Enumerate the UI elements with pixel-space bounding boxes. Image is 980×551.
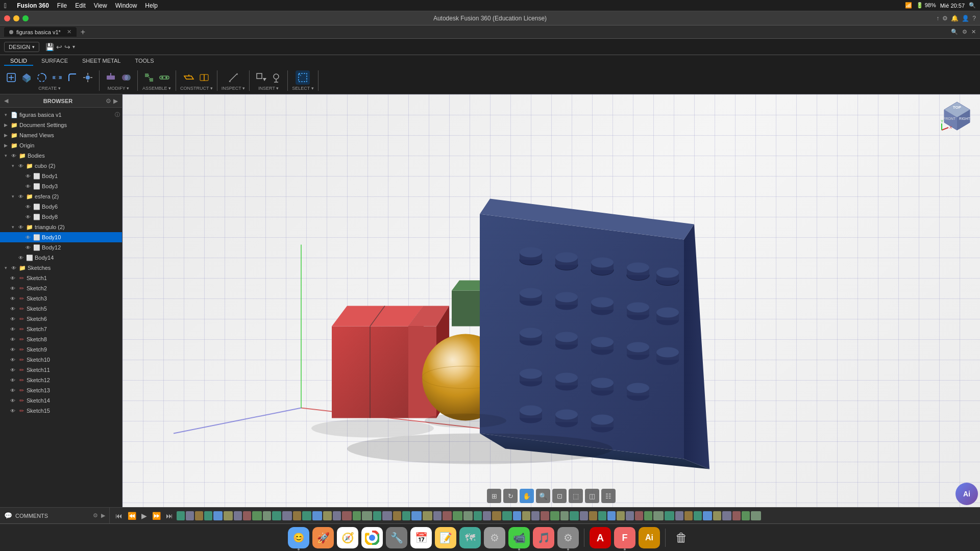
timeline-track[interactable] [703,511,712,520]
menu-help[interactable]: Help [145,2,158,9]
minimize-button[interactable] [13,15,19,21]
document-tab[interactable]: figuras basica v1* ✕ [4,27,77,37]
undo-history-icon[interactable]: ▾ [72,44,75,49]
tree-body6[interactable]: 👁 ⬜ Body6 [0,202,122,212]
new-component-button[interactable] [4,70,18,85]
dock-trash[interactable]: 🗑 [671,527,692,548]
timeline-track[interactable] [423,511,433,520]
close-button[interactable] [4,15,10,21]
dock-notes[interactable]: 📝 [435,527,456,548]
undo-button[interactable]: ↩ [56,43,62,51]
add-tab-button[interactable]: + [81,28,85,37]
ai-assistant-button[interactable]: Ai [955,483,978,505]
timeline-track[interactable] [302,511,311,520]
bell-icon[interactable]: 🔔 [951,15,959,22]
timeline-next-button[interactable]: ⏩ [151,512,162,520]
sketch13-vis[interactable]: 👁 [9,388,16,393]
comments-expand-icon[interactable]: ▶ [101,512,105,519]
timeline-track[interactable] [607,511,616,520]
design-mode-dropdown[interactable]: DESIGN ▾ [4,42,39,52]
timeline-track[interactable] [234,511,242,520]
push-pull-button[interactable] [104,70,118,85]
timeline-track[interactable] [353,511,361,520]
tab-options-icon[interactable]: ⚙ [962,29,967,35]
timeline-track[interactable] [617,511,625,520]
dock-music[interactable]: 🎵 [533,527,554,548]
timeline-track[interactable] [492,511,501,520]
revolve-button[interactable] [35,70,49,85]
timeline-track[interactable] [186,511,194,520]
timeline-track[interactable] [282,511,292,520]
tree-esfera[interactable]: ▾ 👁 📁 esfera (2) [0,191,122,202]
orientation-cube[interactable]: TOP RIGHT FRONT X Y [939,99,975,135]
timeline-track[interactable] [598,511,606,520]
sketch12-vis[interactable]: 👁 [9,378,16,383]
tree-body1[interactable]: 👁 ⬜ Body1 [0,171,122,181]
dock-system-pref[interactable]: ⚙ [484,527,505,548]
tree-body8[interactable]: 👁 ⬜ Body8 [0,212,122,222]
browser-expand-icon[interactable]: ▶ [113,97,118,105]
timeline-track[interactable] [323,511,332,520]
timeline-track[interactable] [252,511,262,520]
timeline-play-button[interactable]: ▶ [140,512,149,520]
timeline-track[interactable] [684,511,693,520]
timeline-track[interactable] [443,511,452,520]
tree-sketches[interactable]: ▾ 👁 📁 Sketches [0,263,122,273]
tree-body12[interactable]: 👁 ⬜ Body12 [0,242,122,253]
dock-maps[interactable]: 🗺 [459,527,481,548]
tree-sketch8[interactable]: 👁 ✏ Sketch8 [0,334,122,344]
select-button[interactable] [296,70,310,85]
esfera-vis[interactable]: 👁 [17,194,24,199]
comments-panel[interactable]: 💬 COMMENTS ⚙ ▶ [0,507,110,523]
dock-tools[interactable]: 🔧 [386,527,407,548]
timeline-track[interactable] [665,511,675,520]
sketch15-vis[interactable]: 👁 [9,408,16,414]
orbit-button[interactable]: ↻ [503,489,518,503]
hole-button[interactable] [50,70,64,85]
timeline-track[interactable] [675,511,683,520]
tree-sketch10[interactable]: 👁 ✏ Sketch10 [0,355,122,365]
question-icon[interactable]: ? [972,15,976,22]
sketch6-vis[interactable]: 👁 [9,316,16,322]
measure-button[interactable] [226,70,240,85]
dock-adobe[interactable]: A [590,527,611,548]
joint-button[interactable] [142,70,156,85]
tree-doc-settings[interactable]: ▶ 📁 Document Settings [0,120,122,130]
menu-window[interactable]: Window [115,2,137,9]
insert-svg-button[interactable] [269,70,283,85]
timeline-track[interactable] [362,511,372,520]
settings-icon[interactable]: ⚙ [942,15,948,22]
timeline-prev-button[interactable]: ⏪ [126,512,138,520]
sketches-vis[interactable]: 👁 [10,265,17,271]
timeline-track[interactable] [626,511,634,520]
timeline-track[interactable] [373,511,381,520]
timeline-track[interactable] [522,511,530,520]
tree-cubo[interactable]: ▾ 👁 📁 cubo (2) [0,161,122,171]
timeline-start-button[interactable]: ⏮ [114,512,124,520]
tab-sheet-metal[interactable]: SHEET METAL [76,57,127,66]
tree-sketch7[interactable]: 👁 ✏ Sketch7 [0,324,122,334]
tree-body10[interactable]: 👁 ⬜ Body10 [0,232,122,242]
snap-to-grid-button[interactable]: ⊞ [487,489,501,503]
user-icon[interactable]: 👤 [962,15,969,22]
midplane-button[interactable] [197,70,211,85]
dock-calendar[interactable]: 📅 [410,527,432,548]
body10-vis[interactable]: 👁 [24,235,32,240]
body3-vis[interactable]: 👁 [24,184,32,189]
menu-file[interactable]: File [57,2,67,9]
dock-finder[interactable]: 😊 [288,527,309,548]
insert-derive-button[interactable] [254,70,268,85]
maximize-button[interactable] [22,15,29,21]
combine-button[interactable] [119,70,133,85]
tree-sketch1[interactable]: 👁 ✏ Sketch1 [0,273,122,283]
timeline-track[interactable] [751,511,761,520]
tree-body3[interactable]: 👁 ⬜ Body3 [0,181,122,191]
body12-vis[interactable]: 👁 [24,245,32,251]
body6-vis[interactable]: 👁 [24,204,32,210]
menu-view[interactable]: View [94,2,107,9]
timeline-track[interactable] [589,511,597,520]
timeline-track[interactable] [411,511,421,520]
timeline-track[interactable] [213,511,223,520]
timeline-track[interactable] [453,511,462,520]
timeline-track[interactable] [243,511,251,520]
